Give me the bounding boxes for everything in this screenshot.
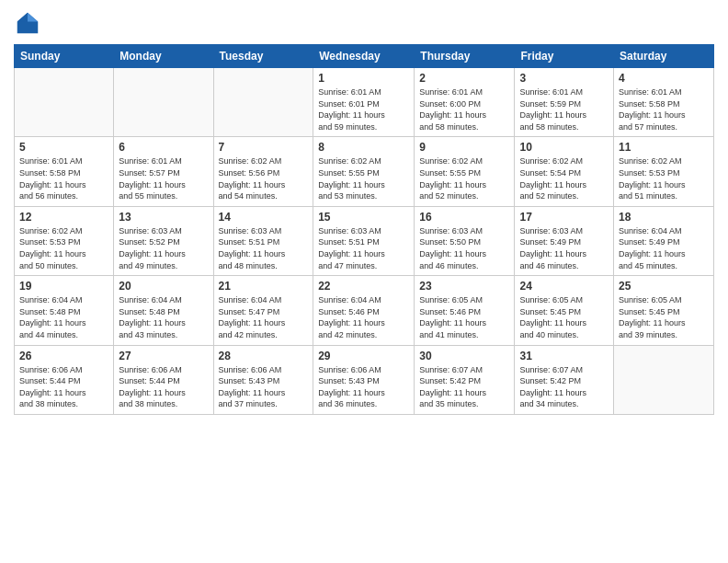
day-info: Sunrise: 6:01 AM Sunset: 5:58 PM Dayligh… [19,155,108,201]
day-info: Sunrise: 6:05 AM Sunset: 5:46 PM Dayligh… [419,294,509,340]
calendar-cell: 13Sunrise: 6:03 AM Sunset: 5:52 PM Dayli… [114,206,213,275]
calendar-cell: 14Sunrise: 6:03 AM Sunset: 5:51 PM Dayli… [213,206,313,275]
calendar-cell: 4Sunrise: 6:01 AM Sunset: 5:58 PM Daylig… [614,68,714,137]
calendar-cell: 10Sunrise: 6:02 AM Sunset: 5:54 PM Dayli… [515,137,614,206]
day-info: Sunrise: 6:05 AM Sunset: 5:45 PM Dayligh… [619,294,709,340]
calendar-day-header: Saturday [614,45,714,68]
day-number: 19 [19,280,108,293]
day-info: Sunrise: 6:04 AM Sunset: 5:47 PM Dayligh… [219,294,309,340]
day-number: 15 [318,211,409,224]
day-info: Sunrise: 6:04 AM Sunset: 5:48 PM Dayligh… [119,294,208,340]
day-number: 2 [419,72,509,85]
day-number: 1 [318,72,409,85]
day-info: Sunrise: 6:03 AM Sunset: 5:49 PM Dayligh… [519,225,609,271]
day-info: Sunrise: 6:07 AM Sunset: 5:42 PM Dayligh… [419,364,509,410]
calendar-cell: 24Sunrise: 6:05 AM Sunset: 5:45 PM Dayli… [515,276,614,345]
calendar-cell: 20Sunrise: 6:04 AM Sunset: 5:48 PM Dayli… [114,276,213,345]
calendar-cell: 30Sunrise: 6:07 AM Sunset: 5:42 PM Dayli… [415,345,515,414]
day-info: Sunrise: 6:07 AM Sunset: 5:42 PM Dayligh… [519,364,609,410]
svg-marker-1 [28,13,38,22]
day-number: 13 [119,211,208,224]
calendar-cell: 28Sunrise: 6:06 AM Sunset: 5:43 PM Dayli… [213,345,313,414]
day-number: 23 [419,280,509,293]
calendar-cell: 29Sunrise: 6:06 AM Sunset: 5:43 PM Dayli… [313,345,415,414]
day-number: 25 [619,280,709,293]
day-number: 6 [119,141,208,154]
calendar-cell: 18Sunrise: 6:04 AM Sunset: 5:49 PM Dayli… [614,206,714,275]
calendar-week-row: 26Sunrise: 6:06 AM Sunset: 5:44 PM Dayli… [15,345,714,414]
calendar-day-header: Sunday [15,45,114,68]
day-info: Sunrise: 6:02 AM Sunset: 5:54 PM Dayligh… [519,155,609,201]
calendar-week-row: 19Sunrise: 6:04 AM Sunset: 5:48 PM Dayli… [15,276,714,345]
calendar-cell: 8Sunrise: 6:02 AM Sunset: 5:55 PM Daylig… [313,137,415,206]
day-info: Sunrise: 6:03 AM Sunset: 5:52 PM Dayligh… [119,225,208,271]
day-info: Sunrise: 6:03 AM Sunset: 5:51 PM Dayligh… [318,225,409,271]
calendar-cell: 9Sunrise: 6:02 AM Sunset: 5:55 PM Daylig… [415,137,515,206]
day-info: Sunrise: 6:04 AM Sunset: 5:46 PM Dayligh… [318,294,409,340]
page-container: SundayMondayTuesdayWednesdayThursdayFrid… [0,0,728,424]
day-number: 24 [519,280,609,293]
calendar-table: SundayMondayTuesdayWednesdayThursdayFrid… [14,44,714,415]
calendar-cell: 15Sunrise: 6:03 AM Sunset: 5:51 PM Dayli… [313,206,415,275]
day-number: 20 [119,280,208,293]
day-info: Sunrise: 6:06 AM Sunset: 5:43 PM Dayligh… [318,364,409,410]
svg-marker-2 [17,13,28,22]
calendar-cell: 27Sunrise: 6:06 AM Sunset: 5:44 PM Dayli… [114,345,213,414]
calendar-cell: 5Sunrise: 6:01 AM Sunset: 5:58 PM Daylig… [15,137,114,206]
day-number: 18 [619,211,709,224]
day-info: Sunrise: 6:06 AM Sunset: 5:44 PM Dayligh… [119,364,208,410]
day-info: Sunrise: 6:02 AM Sunset: 5:56 PM Dayligh… [219,155,309,201]
calendar-cell: 6Sunrise: 6:01 AM Sunset: 5:57 PM Daylig… [114,137,213,206]
day-number: 29 [318,350,409,362]
calendar-day-header: Friday [515,45,614,68]
day-number: 22 [318,280,409,293]
calendar-cell: 22Sunrise: 6:04 AM Sunset: 5:46 PM Dayli… [313,276,415,345]
calendar-cell [614,345,714,414]
logo [14,9,45,37]
day-info: Sunrise: 6:02 AM Sunset: 5:53 PM Dayligh… [19,225,108,271]
day-info: Sunrise: 6:06 AM Sunset: 5:44 PM Dayligh… [19,364,108,410]
calendar-cell [15,68,114,137]
calendar-cell: 21Sunrise: 6:04 AM Sunset: 5:47 PM Dayli… [213,276,313,345]
calendar-cell: 2Sunrise: 6:01 AM Sunset: 6:00 PM Daylig… [415,68,515,137]
day-number: 8 [318,141,409,154]
calendar-cell: 12Sunrise: 6:02 AM Sunset: 5:53 PM Dayli… [15,206,114,275]
day-number: 4 [619,72,709,85]
day-info: Sunrise: 6:01 AM Sunset: 5:58 PM Dayligh… [619,86,709,132]
calendar-cell [213,68,313,137]
day-info: Sunrise: 6:01 AM Sunset: 6:01 PM Dayligh… [318,86,409,132]
header [14,9,714,37]
logo-icon [14,9,41,37]
day-info: Sunrise: 6:06 AM Sunset: 5:43 PM Dayligh… [219,364,309,410]
calendar-week-row: 1Sunrise: 6:01 AM Sunset: 6:01 PM Daylig… [15,68,714,137]
calendar-cell: 17Sunrise: 6:03 AM Sunset: 5:49 PM Dayli… [515,206,614,275]
calendar-cell: 31Sunrise: 6:07 AM Sunset: 5:42 PM Dayli… [515,345,614,414]
day-info: Sunrise: 6:04 AM Sunset: 5:49 PM Dayligh… [619,225,709,271]
calendar-cell: 19Sunrise: 6:04 AM Sunset: 5:48 PM Dayli… [15,276,114,345]
day-info: Sunrise: 6:01 AM Sunset: 6:00 PM Dayligh… [419,86,509,132]
day-number: 3 [519,72,609,85]
day-number: 26 [19,350,108,362]
calendar-week-row: 12Sunrise: 6:02 AM Sunset: 5:53 PM Dayli… [15,206,714,275]
day-info: Sunrise: 6:05 AM Sunset: 5:45 PM Dayligh… [519,294,609,340]
calendar-day-header: Wednesday [313,45,415,68]
calendar-cell: 11Sunrise: 6:02 AM Sunset: 5:53 PM Dayli… [614,137,714,206]
calendar-cell: 7Sunrise: 6:02 AM Sunset: 5:56 PM Daylig… [213,137,313,206]
day-info: Sunrise: 6:04 AM Sunset: 5:48 PM Dayligh… [19,294,108,340]
calendar-day-header: Tuesday [213,45,313,68]
calendar-cell: 3Sunrise: 6:01 AM Sunset: 5:59 PM Daylig… [515,68,614,137]
calendar-cell: 26Sunrise: 6:06 AM Sunset: 5:44 PM Dayli… [15,345,114,414]
day-info: Sunrise: 6:01 AM Sunset: 5:59 PM Dayligh… [519,86,609,132]
calendar-day-header: Monday [114,45,213,68]
day-info: Sunrise: 6:03 AM Sunset: 5:50 PM Dayligh… [419,225,509,271]
day-number: 14 [219,211,309,224]
day-info: Sunrise: 6:02 AM Sunset: 5:53 PM Dayligh… [619,155,709,201]
calendar-cell: 16Sunrise: 6:03 AM Sunset: 5:50 PM Dayli… [415,206,515,275]
day-number: 21 [219,280,309,293]
calendar-cell: 23Sunrise: 6:05 AM Sunset: 5:46 PM Dayli… [415,276,515,345]
calendar-cell: 1Sunrise: 6:01 AM Sunset: 6:01 PM Daylig… [313,68,415,137]
day-number: 7 [219,141,309,154]
calendar-week-row: 5Sunrise: 6:01 AM Sunset: 5:58 PM Daylig… [15,137,714,206]
day-number: 27 [119,350,208,362]
day-info: Sunrise: 6:01 AM Sunset: 5:57 PM Dayligh… [119,155,208,201]
